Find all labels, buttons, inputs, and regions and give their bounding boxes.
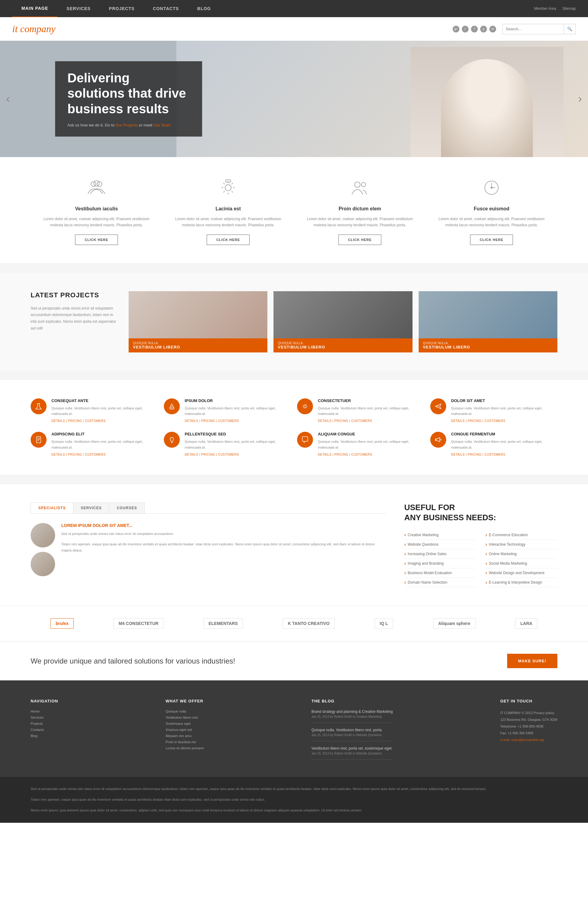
avatar-2 [31, 552, 55, 576]
nav-projects[interactable]: PROJECTS [100, 0, 144, 17]
hero-title: Delivering solutions that drive business… [68, 71, 190, 116]
footer-offer-title: WHAT WE OFFER [166, 699, 204, 703]
feature-btn-2[interactable]: CLICK HERE [338, 234, 381, 245]
hero-next-arrow[interactable]: › [578, 93, 582, 105]
feature-item: Proin dictum elem Lorem dolor sit amet, … [302, 175, 418, 245]
footer-nav-contacts[interactable]: Contacts [31, 728, 44, 732]
footer-blog-title: THE BLOG [311, 699, 393, 703]
feature-title: Fusce euismod [434, 206, 549, 212]
nav-contacts[interactable]: CONTACTS [144, 0, 188, 17]
features-section: Vestibulum iaculis Lorem dolor sit amet,… [0, 157, 588, 264]
clock-icon [479, 175, 504, 200]
useful-item: Imaging and Branding [404, 559, 476, 568]
service-customers-link-6[interactable]: CUSTOMERS [351, 453, 372, 456]
service-pricing-link-6[interactable]: PRICING [335, 453, 348, 456]
footer-offer-item-1[interactable]: Vestibulum libero rest [166, 716, 198, 719]
cta-button[interactable]: MAKE SURE! [507, 654, 557, 668]
service-pricing-link-3[interactable]: PRICING [468, 419, 481, 423]
linkedin-icon[interactable]: in [489, 26, 496, 33]
footer-nav-blog[interactable]: Blog [31, 734, 37, 738]
feature-btn-0[interactable]: CLICK HERE [75, 234, 118, 245]
separator [0, 264, 588, 273]
avatar-1 [31, 523, 55, 547]
feature-item: Fusce euismod Lorem dolor sit amet, coel… [434, 175, 549, 245]
nav-services[interactable]: SERVICES [57, 0, 100, 17]
service-details-link-7[interactable]: DETAILS [451, 453, 465, 456]
tab-specialists[interactable]: SPECIALISTS [31, 502, 74, 513]
footer-offer-item-2[interactable]: Scelerisque eget [166, 722, 191, 725]
nav-main-page[interactable]: MAIN PAGE [12, 0, 57, 17]
service-details-link-2[interactable]: DETAILS [318, 419, 331, 423]
service-pricing-link-1[interactable]: PRICING [201, 419, 215, 423]
partner-iq[interactable]: IQ L [374, 618, 393, 629]
service-details-link-4[interactable]: DETAILS [52, 453, 65, 456]
service-details-link-6[interactable]: DETAILS [318, 453, 331, 456]
footer-offer-item-3[interactable]: Vivamus eget nisl [166, 728, 192, 732]
separator-3 [0, 475, 588, 484]
partner-aliquam[interactable]: Aliquam sphere [433, 618, 476, 629]
facebook-icon[interactable]: f [471, 26, 478, 33]
project-image-2[interactable]: QUISQUE NULLA, VESTIBULUM LIBERO [419, 291, 557, 352]
google-plus-icon[interactable]: g+ [453, 26, 459, 33]
footer-offer-item-5[interactable]: Proin in faucibus-risi [166, 740, 196, 744]
sitemap-link[interactable]: Sitemap [562, 6, 576, 11]
useful-item: Domain Name Selection [404, 578, 476, 587]
service-pricing-link-7[interactable]: PRICING [468, 453, 481, 456]
service-details-link-1[interactable]: DETAILS [185, 419, 198, 423]
project-image-1[interactable]: QUISQUE NULLA, VESTIBULUM LIBERO [274, 291, 412, 352]
service-customers-link-0[interactable]: CUSTOMERS [85, 419, 106, 423]
footer-blog: THE BLOG Brand strategy and planning & C… [311, 699, 393, 765]
partner-elementars[interactable]: ELEMENTARS [203, 618, 243, 629]
service-customers-link-4[interactable]: CUSTOMERS [85, 453, 106, 456]
hero-team-link[interactable]: Our Team [153, 123, 171, 127]
service-pricing-link-4[interactable]: PRICING [68, 453, 82, 456]
service-pricing-link-0[interactable]: PRICING [68, 419, 82, 423]
footer-email-link[interactable]: e-mail: main@domainlink.org [500, 738, 544, 742]
service-details-link-3[interactable]: DETAILS [451, 419, 465, 423]
footer-contact-tel: Telephone: +1 958-893-4508 [500, 723, 557, 730]
service-pricing-link-2[interactable]: PRICING [335, 419, 348, 423]
footer-offer-item-6[interactable]: Luctus et ultrices posuere [166, 746, 204, 750]
latest-projects-desc: Sed ut perspiciatis unde omnis error sit… [31, 305, 116, 332]
project-label-0: QUISQUE NULLA, VESTIBULUM LIBERO [129, 338, 267, 352]
service-customers-link-3[interactable]: CUSTOMERS [484, 419, 505, 423]
service-body-0: CONSEQUAT ANTE Quisque nulla. Vestibulum… [52, 398, 158, 423]
feature-btn-3[interactable]: CLICK HERE [470, 234, 513, 245]
footer-nav-projects[interactable]: Projects [31, 722, 43, 725]
feature-btn-1[interactable]: CLICK HERE [207, 234, 249, 245]
service-customers-link-7[interactable]: CUSTOMERS [484, 453, 505, 456]
top-right-links: Member Area Sitemap [534, 6, 576, 11]
tabs-left: SPECIALISTS SERVICES COURSES LOREM IPSUM… [31, 502, 386, 588]
tab-services[interactable]: SERVICES [73, 502, 109, 513]
partner-m4[interactable]: M4 CONSECTETUR [113, 618, 164, 629]
search-button[interactable]: 🔍 [564, 24, 575, 34]
hero-person-figure [441, 59, 533, 157]
service-customers-link-2[interactable]: CUSTOMERS [351, 419, 372, 423]
service-pricing-link-5[interactable]: PRICING [201, 453, 215, 456]
footer-nav-home[interactable]: Home [31, 710, 39, 713]
footer-bottom-text: Sed ut perspiciatis unde omnia iste natu… [31, 786, 557, 792]
footer-offer-item-4[interactable]: Aliquam nec arcu [166, 734, 192, 738]
footer-offer-item-0[interactable]: Quisque nulla [166, 710, 186, 713]
service-details-link-0[interactable]: DETAILS [52, 419, 65, 423]
service-customers-link-5[interactable]: CUSTOMERS [218, 453, 239, 456]
footer-offer-list: Quisque nulla Vestibulum libero rest Sce… [166, 710, 204, 750]
pinterest-icon[interactable]: p [480, 26, 487, 33]
hero-prev-arrow[interactable]: ‹ [6, 93, 10, 105]
footer-nav-services[interactable]: Services [31, 716, 44, 719]
service-details-link-5[interactable]: DETAILS [185, 453, 198, 456]
project-image-0[interactable]: QUISQUE NULLA, VESTIBULUM LIBERO [129, 291, 267, 352]
partner-lara[interactable]: LARA [515, 618, 538, 629]
nav-blog[interactable]: BLOG [188, 0, 220, 17]
twitter-icon[interactable]: t [462, 26, 469, 33]
tab-courses[interactable]: COURSES [109, 502, 145, 513]
hero-projects-link[interactable]: Our Projects [116, 123, 138, 127]
service-customers-link-1[interactable]: CUSTOMERS [218, 419, 239, 423]
partner-tanto[interactable]: K TANTO CREATIVO [283, 618, 335, 629]
useful-list-1: Creative Marketing Website Questions Inc… [404, 530, 476, 587]
search-input[interactable] [503, 24, 564, 34]
partner-brulex[interactable]: brulex [50, 618, 74, 629]
member-area-link[interactable]: Member Area [534, 6, 556, 11]
hero-subtitle: Ask us how we do it. Go to Our Projects … [68, 123, 190, 127]
top-bar: MAIN PAGE SERVICES PROJECTS CONTACTS BLO… [0, 0, 588, 17]
